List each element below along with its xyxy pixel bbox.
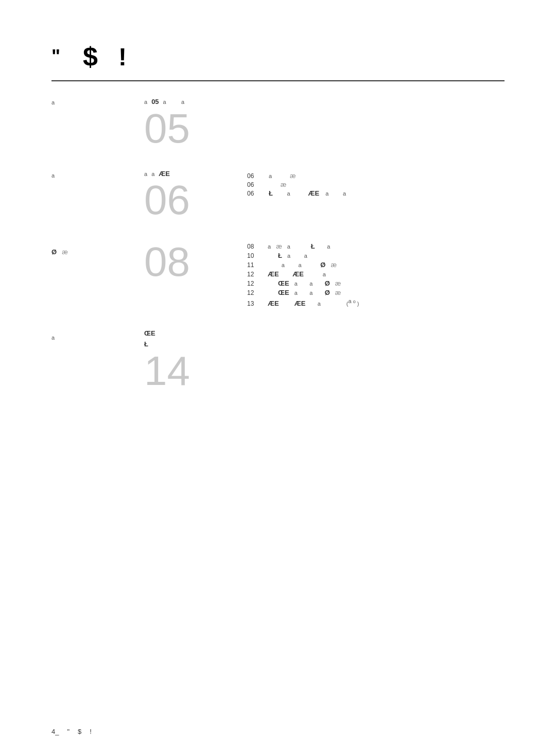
c4-08-3: æ — [331, 261, 337, 269]
c1-08-6: ŒE — [278, 289, 289, 296]
c1-08-5: ŒE — [278, 279, 289, 287]
line-08-2: 10 Ł a a — [247, 252, 505, 259]
header-divider — [51, 80, 505, 81]
mid-label-a2-05: a — [163, 99, 166, 105]
char-ae-06-1: æ — [290, 172, 296, 180]
section-14-left: a — [51, 329, 144, 345]
c2-08-7: ÆE — [294, 300, 306, 307]
mid-label-a2-06: a — [151, 171, 154, 177]
line-08-1: 08 a æ a Ł a — [247, 242, 505, 250]
mid-label-a3-05: a — [181, 99, 184, 105]
c4-08-5: Ø — [325, 279, 330, 287]
section-05-left: a — [51, 97, 144, 110]
section-06-content: 06 a æ 06 æ 06 Ł a ÆE — [247, 170, 505, 198]
line-08-3: 11 a a Ø æ — [247, 261, 505, 269]
line-08-7: 13 ÆE ÆE a (a o ) — [247, 298, 505, 307]
c1-08-4: ÆE — [268, 270, 279, 278]
char-a-06-1: a — [269, 173, 272, 179]
section-08-content: 08 a æ a Ł a 10 Ł a a — [247, 241, 505, 309]
num-06-3: 06 — [247, 190, 263, 197]
footer-quote: " — [67, 728, 70, 735]
num-08-3: 11 — [247, 261, 263, 269]
line-08-6: 12 ŒE a a Ø æ — [247, 289, 505, 296]
c3-08-5: a — [309, 280, 312, 287]
line-08-4: 12 ÆE ÆE a — [247, 270, 505, 278]
section-05-mid: a 05 a a 05 — [144, 97, 247, 149]
label-a-14: a — [51, 335, 55, 341]
c3-08-1: a — [287, 243, 290, 250]
footer-dollar: $ — [78, 728, 81, 735]
section-row-05: a a 05 a a 05 — [51, 97, 505, 149]
label-a-05: a — [51, 99, 55, 106]
section-08-mid: 08 — [144, 241, 247, 283]
big-num-05: 05 — [144, 108, 247, 149]
header-quote: " — [51, 46, 62, 67]
mid-col-num-05: 05 — [151, 98, 159, 106]
big-num-14: 14 — [144, 350, 247, 392]
c3-08-4: a — [323, 271, 326, 277]
section-row-08: Ø æ 08 08 a æ a Ł a 10 — [51, 241, 505, 309]
c5-08-6: æ — [335, 289, 341, 296]
num-08-6: 12 — [247, 289, 263, 296]
line-08-5: 12 ŒE a a Ø æ — [247, 279, 505, 287]
c5-08-1: a — [327, 243, 330, 250]
c4-08-6: Ø — [325, 289, 330, 296]
line-06-1: 06 a æ — [247, 172, 505, 180]
c2-08-6: a — [294, 290, 298, 296]
c3-08-6: a — [309, 290, 312, 296]
c3-08-7: a — [318, 301, 321, 307]
c2-08-4: ÆE — [292, 270, 304, 278]
header-exclaim: ! — [118, 43, 127, 71]
num-08-2: 10 — [247, 252, 263, 259]
num-06-2: 06 — [247, 181, 263, 188]
c1-08-3: a — [282, 262, 285, 268]
c2-08-1: æ — [276, 242, 282, 250]
header-dollar: $ — [83, 41, 98, 72]
mid-ae-06: ÆE — [159, 170, 170, 178]
char-ae2-06: ÆE — [308, 189, 320, 197]
char-a3-06-3: a — [343, 190, 346, 197]
header-section: " $ ! — [51, 41, 505, 76]
section-08-left: Ø æ — [51, 241, 144, 256]
big-num-06: 06 — [144, 180, 247, 221]
char-ae-06-2: æ — [281, 181, 287, 188]
c1-08-2: Ł — [278, 252, 282, 259]
c1-08-7: ÆE — [268, 300, 279, 307]
char-l-14: Ł — [144, 340, 148, 348]
char-empty-08: Ø — [51, 248, 57, 256]
c2-08-5: a — [294, 280, 298, 287]
char-a-06-3: a — [287, 190, 290, 197]
char-oe-14: ŒE — [144, 329, 155, 337]
num-08-7: 13 — [247, 300, 263, 307]
char-l-06: Ł — [269, 189, 273, 197]
num-08-1: 08 — [247, 243, 263, 250]
mid-label-a-05: a — [144, 99, 147, 105]
char-ae-08-left: æ — [62, 248, 68, 256]
line-06-2: 06 æ — [247, 181, 505, 188]
section-06-left: a — [51, 170, 144, 183]
c3-08-3: Ø — [320, 261, 325, 269]
line-06-3: 06 Ł a ÆE a a — [247, 189, 505, 197]
c2-08-2: a — [287, 253, 290, 259]
num-06-1: 06 — [247, 172, 263, 180]
footer-exclaim: ! — [90, 728, 92, 735]
mid-label-a1-06: a — [144, 171, 147, 177]
paren-note-08: (a o ) — [346, 298, 359, 307]
section-14-mid: ŒE Ł 14 — [144, 329, 247, 392]
big-num-08: 08 — [144, 241, 247, 283]
c3-08-2: a — [304, 253, 307, 259]
char-a2-06-3: a — [325, 190, 328, 197]
label-a-06: a — [51, 172, 55, 179]
c4-08-1: Ł — [311, 242, 315, 250]
footer: 4_ " $ ! — [51, 728, 92, 735]
num-08-5: 12 — [247, 280, 263, 287]
section-06-mid: a a ÆE 06 — [144, 170, 247, 221]
num-08-4: 12 — [247, 271, 263, 278]
c2-08-3: a — [298, 262, 301, 268]
section-row-06: a a a ÆE 06 06 a æ 06 æ — [51, 170, 505, 221]
c5-08-5: æ — [335, 279, 341, 287]
footer-page: 4_ — [51, 728, 59, 735]
section-row-14: a ŒE Ł 14 — [51, 329, 505, 392]
c1-08-1: a — [268, 243, 271, 250]
